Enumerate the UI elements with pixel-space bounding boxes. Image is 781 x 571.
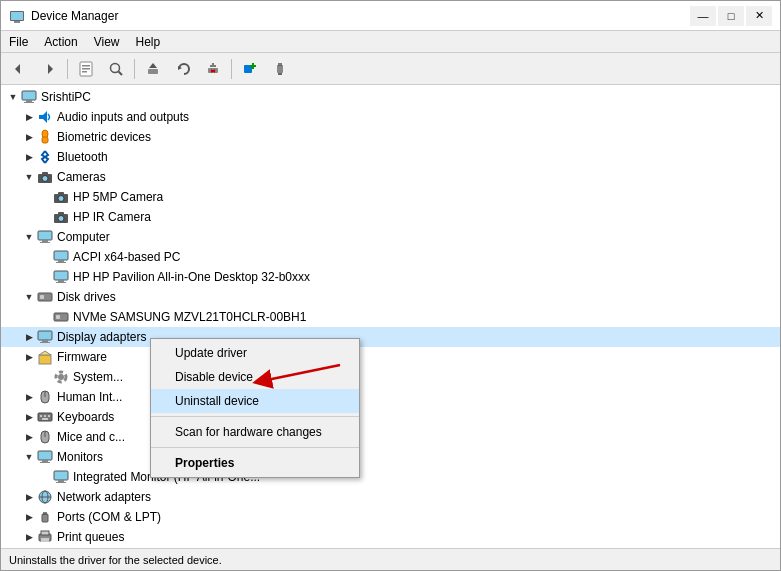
tree-item-firmware[interactable]: ▶Firmware: [1, 347, 780, 367]
svg-marker-4: [48, 64, 53, 74]
icon-monitors: [37, 449, 53, 465]
tree-item-bluetooth[interactable]: ▶Bluetooth: [1, 147, 780, 167]
label-networkadapters: Network adapters: [57, 490, 151, 504]
expander-mice[interactable]: ▶: [21, 429, 37, 445]
tree-item-cam1[interactable]: HP 5MP Camera: [1, 187, 780, 207]
svg-marker-12: [149, 63, 157, 68]
tree-item-cam2[interactable]: HP IR Camera: [1, 207, 780, 227]
expander-computer[interactable]: ▼: [21, 229, 37, 245]
svg-rect-57: [39, 355, 51, 364]
expander-monitors[interactable]: ▼: [21, 449, 37, 465]
ctx-item-scan[interactable]: Scan for hardware changes: [151, 420, 359, 444]
tree-item-networkadapters[interactable]: ▶Network adapters: [1, 487, 780, 507]
svg-rect-48: [58, 280, 64, 282]
svg-rect-1: [11, 12, 23, 20]
tree-item-humanint[interactable]: ▶Human Int...: [1, 387, 780, 407]
expander-bluetooth[interactable]: ▶: [21, 149, 37, 165]
label-system: System...: [73, 370, 123, 384]
maximize-button[interactable]: □: [718, 6, 744, 26]
menu-action[interactable]: Action: [36, 31, 85, 52]
label-keyboards: Keyboards: [57, 410, 114, 424]
expander-root[interactable]: ▼: [5, 89, 21, 105]
tree-item-displayadapters[interactable]: ▶Display adapters: [1, 327, 780, 347]
tree-item-hppavilion[interactable]: HP HP Pavilion All-in-One Desktop 32-b0x…: [1, 267, 780, 287]
svg-rect-25: [278, 73, 282, 75]
svg-point-39: [58, 216, 64, 222]
toolbar-sep-3: [231, 59, 232, 79]
tree-item-system[interactable]: System...: [1, 367, 780, 387]
toolbar-sep-2: [134, 59, 135, 79]
properties-toolbar-button[interactable]: [72, 56, 100, 82]
menu-bar: File Action View Help: [1, 31, 780, 53]
tree-item-audio[interactable]: ▶Audio inputs and outputs: [1, 107, 780, 127]
expander-cam1: [37, 189, 53, 205]
tree-item-monitors[interactable]: ▼Monitors: [1, 447, 780, 467]
close-button[interactable]: ✕: [746, 6, 772, 26]
expander-nvme: [37, 309, 53, 325]
tree-item-intmon[interactable]: Integrated Monitor (HP All-in-One...: [1, 467, 780, 487]
ctx-item-update[interactable]: Update driver: [151, 341, 359, 365]
update-toolbar-button[interactable]: [139, 56, 167, 82]
tree-item-biometric[interactable]: ▶Biometric devices: [1, 127, 780, 147]
ctx-sep-sep1: [151, 416, 359, 417]
tree-item-root[interactable]: ▼SrishtiPC: [1, 87, 780, 107]
label-cam1: HP 5MP Camera: [73, 190, 163, 204]
expander-displayadapters[interactable]: ▶: [21, 329, 37, 345]
svg-marker-29: [39, 111, 47, 123]
expander-audio[interactable]: ▶: [21, 109, 37, 125]
svg-rect-11: [148, 69, 158, 74]
tree-item-printqueues[interactable]: ▶Print queues: [1, 527, 780, 547]
icon-diskdrives: [37, 289, 53, 305]
ctx-item-properties[interactable]: Properties: [151, 451, 359, 475]
label-root: SrishtiPC: [41, 90, 91, 104]
label-hppavilion: HP HP Pavilion All-in-One Desktop 32-b0x…: [73, 270, 310, 284]
tree-item-cameras[interactable]: ▼Cameras: [1, 167, 780, 187]
expander-keyboards[interactable]: ▶: [21, 409, 37, 425]
expander-biometric[interactable]: ▶: [21, 129, 37, 145]
scan-toolbar-button[interactable]: [102, 56, 130, 82]
tree-item-keyboards[interactable]: ▶Keyboards: [1, 407, 780, 427]
tree-item-processors[interactable]: ▶Processors: [1, 547, 780, 548]
menu-help[interactable]: Help: [128, 31, 169, 52]
menu-view[interactable]: View: [86, 31, 128, 52]
tree-item-nvme[interactable]: NVMe SAMSUNG MZVL21T0HCLR-00BH1: [1, 307, 780, 327]
label-audio: Audio inputs and outputs: [57, 110, 189, 124]
expander-humanint[interactable]: ▶: [21, 389, 37, 405]
icon-audio: [37, 109, 53, 125]
window-controls: — □ ✕: [690, 6, 772, 26]
back-button[interactable]: [5, 56, 33, 82]
icon-computer: [37, 229, 53, 245]
expander-acpi: [37, 249, 53, 265]
svg-rect-27: [26, 100, 32, 102]
expander-firmware[interactable]: ▶: [21, 349, 37, 365]
expander-ports[interactable]: ▶: [21, 509, 37, 525]
ctx-item-disable[interactable]: Disable device: [151, 365, 359, 389]
expander-cameras[interactable]: ▼: [21, 169, 37, 185]
minimize-button[interactable]: —: [690, 6, 716, 26]
icon-displayadapters: [37, 329, 53, 345]
label-cameras: Cameras: [57, 170, 106, 184]
expander-networkadapters[interactable]: ▶: [21, 489, 37, 505]
device-tree[interactable]: ▼SrishtiPC▶Audio inputs and outputs▶Biom…: [1, 85, 780, 548]
label-biometric: Biometric devices: [57, 130, 151, 144]
tree-item-ports[interactable]: ▶Ports (COM & LPT): [1, 507, 780, 527]
rollback-toolbar-button[interactable]: [169, 56, 197, 82]
tree-item-computer[interactable]: ▼Computer: [1, 227, 780, 247]
tree-item-acpi[interactable]: ACPI x64-based PC: [1, 247, 780, 267]
icon-intmon: [53, 469, 69, 485]
add-toolbar-button[interactable]: [236, 56, 264, 82]
tree-item-diskdrives[interactable]: ▼Disk drives: [1, 287, 780, 307]
ctx-item-uninstall[interactable]: Uninstall device: [151, 389, 359, 413]
uninstall-toolbar-button[interactable]: [199, 56, 227, 82]
menu-file[interactable]: File: [1, 31, 36, 52]
icon-acpi: [53, 249, 69, 265]
plug-toolbar-button[interactable]: [266, 56, 294, 82]
svg-rect-54: [38, 331, 52, 340]
expander-printqueues[interactable]: ▶: [21, 529, 37, 545]
tree-item-mice[interactable]: ▶Mice and c...: [1, 427, 780, 447]
label-nvme: NVMe SAMSUNG MZVL21T0HCLR-00BH1: [73, 310, 306, 324]
expander-diskdrives[interactable]: ▼: [21, 289, 37, 305]
icon-cam1: [53, 189, 69, 205]
forward-button[interactable]: [35, 56, 63, 82]
label-monitors: Monitors: [57, 450, 103, 464]
